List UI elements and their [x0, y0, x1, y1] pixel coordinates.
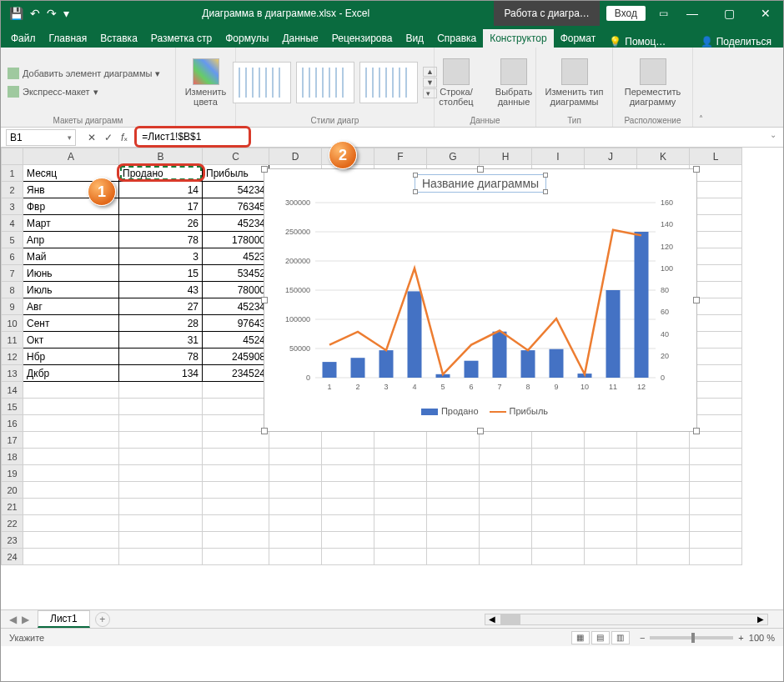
- quick-layout-button[interactable]: Экспресс-макет ▾: [8, 84, 98, 99]
- cell-C13[interactable]: 234524: [203, 365, 269, 382]
- cell-A15[interactable]: [23, 399, 119, 415]
- cell-E20[interactable]: [322, 482, 374, 499]
- scroll-left[interactable]: ◀: [485, 614, 499, 624]
- tab-review[interactable]: Рецензирова: [325, 29, 400, 48]
- signin-button[interactable]: Вход: [606, 6, 646, 21]
- cell-C16[interactable]: [203, 415, 269, 432]
- title-handle[interactable]: [413, 173, 418, 178]
- cell-C24[interactable]: [203, 549, 269, 565]
- undo-icon[interactable]: ↶: [30, 7, 40, 20]
- row-header-1[interactable]: 1: [2, 165, 23, 182]
- cell-J21[interactable]: [585, 499, 637, 515]
- cell-C12[interactable]: 245908: [203, 349, 269, 365]
- cell-I18[interactable]: [532, 449, 585, 465]
- chart-style-3[interactable]: [359, 62, 418, 103]
- row-header-5[interactable]: 5: [2, 232, 23, 248]
- chart-handle-bc[interactable]: [477, 428, 484, 434]
- cell-I20[interactable]: [532, 482, 585, 499]
- cell-A4[interactable]: Март: [23, 215, 119, 232]
- view-page-layout-button[interactable]: ▤: [591, 631, 610, 644]
- cell-B1[interactable]: Продано: [119, 165, 203, 182]
- cell-I17[interactable]: [532, 432, 585, 449]
- cell-D20[interactable]: [269, 482, 322, 499]
- chart-handle-tc[interactable]: [477, 166, 484, 173]
- row-header-4[interactable]: 4: [2, 215, 23, 232]
- cell-H20[interactable]: [480, 482, 532, 499]
- horizontal-scrollbar[interactable]: ◀▶: [485, 614, 768, 625]
- cell-A21[interactable]: [23, 499, 119, 515]
- sheet-tab-1[interactable]: Лист1: [38, 610, 90, 628]
- cell-C4[interactable]: 45234: [203, 215, 269, 232]
- tab-home[interactable]: Главная: [43, 29, 94, 48]
- cell-A9[interactable]: Авг: [23, 298, 119, 315]
- tab-insert[interactable]: Вставка: [93, 29, 144, 48]
- col-header-L[interactable]: L: [690, 148, 742, 165]
- cell-A19[interactable]: [23, 465, 119, 482]
- cell-L23[interactable]: [690, 532, 742, 549]
- cell-E21[interactable]: [322, 499, 374, 515]
- cell-F23[interactable]: [374, 532, 427, 549]
- name-box[interactable]: B1: [6, 129, 76, 146]
- cell-B4[interactable]: 26: [119, 215, 203, 232]
- select-data-button[interactable]: Выбрать данные: [487, 58, 541, 107]
- cell-G21[interactable]: [427, 499, 480, 515]
- cell-F20[interactable]: [374, 482, 427, 499]
- cell-C10[interactable]: 97643: [203, 315, 269, 332]
- cell-D21[interactable]: [269, 499, 322, 515]
- cell-K22[interactable]: [637, 515, 690, 532]
- cell-E24[interactable]: [322, 549, 374, 565]
- qat-more-icon[interactable]: ▾: [63, 7, 69, 20]
- tab-view[interactable]: Вид: [399, 29, 430, 48]
- zoom-slider[interactable]: [650, 636, 733, 639]
- cell-A18[interactable]: [23, 449, 119, 465]
- tab-page-layout[interactable]: Разметка стр: [144, 29, 219, 48]
- cell-E19[interactable]: [322, 465, 374, 482]
- cell-A7[interactable]: Июнь: [23, 265, 119, 282]
- cell-G22[interactable]: [427, 515, 480, 532]
- cell-B14[interactable]: [119, 382, 203, 399]
- tab-formulas[interactable]: Формулы: [219, 29, 275, 48]
- cell-F21[interactable]: [374, 499, 427, 515]
- cell-G24[interactable]: [427, 549, 480, 565]
- cell-G19[interactable]: [427, 465, 480, 482]
- cell-B16[interactable]: [119, 415, 203, 432]
- cell-F17[interactable]: [374, 432, 427, 449]
- cell-C23[interactable]: [203, 532, 269, 549]
- add-chart-element-button[interactable]: Добавить элемент диаграммы ▾: [8, 66, 160, 81]
- cell-H19[interactable]: [480, 465, 532, 482]
- col-header-G[interactable]: G: [427, 148, 480, 165]
- zoom-level[interactable]: 100 %: [749, 633, 775, 643]
- cell-B3[interactable]: 17: [119, 198, 203, 215]
- cell-L18[interactable]: [690, 449, 742, 465]
- row-header-23[interactable]: 23: [2, 532, 23, 549]
- minimize-button[interactable]: —: [675, 1, 710, 26]
- cell-H17[interactable]: [480, 432, 532, 449]
- cell-C1[interactable]: Прибыль: [203, 165, 269, 182]
- row-header-24[interactable]: 24: [2, 549, 23, 565]
- cell-C6[interactable]: 4523: [203, 248, 269, 265]
- sheet-nav-next[interactable]: ▶: [22, 614, 29, 625]
- cell-B2[interactable]: 14: [119, 182, 203, 198]
- cell-B6[interactable]: 3: [119, 248, 203, 265]
- row-header-11[interactable]: 11: [2, 332, 23, 349]
- cell-J20[interactable]: [585, 482, 637, 499]
- cell-K20[interactable]: [637, 482, 690, 499]
- cell-B11[interactable]: 31: [119, 332, 203, 349]
- col-header-B[interactable]: B: [119, 148, 203, 165]
- tell-me[interactable]: 💡 Помоц…: [609, 36, 666, 48]
- chart-handle-ml[interactable]: [261, 297, 268, 303]
- col-header-D[interactable]: D: [269, 148, 322, 165]
- cell-K24[interactable]: [637, 549, 690, 565]
- cell-A24[interactable]: [23, 549, 119, 565]
- chart-handle-br[interactable]: [693, 428, 700, 434]
- cell-B22[interactable]: [119, 515, 203, 532]
- cell-I22[interactable]: [532, 515, 585, 532]
- cell-A6[interactable]: Май: [23, 248, 119, 265]
- cell-H22[interactable]: [480, 515, 532, 532]
- row-header-17[interactable]: 17: [2, 432, 23, 449]
- cell-L22[interactable]: [690, 515, 742, 532]
- row-header-12[interactable]: 12: [2, 349, 23, 365]
- cell-H21[interactable]: [480, 499, 532, 515]
- chart-legend[interactable]: Продано Прибыль: [264, 406, 696, 416]
- cell-B21[interactable]: [119, 499, 203, 515]
